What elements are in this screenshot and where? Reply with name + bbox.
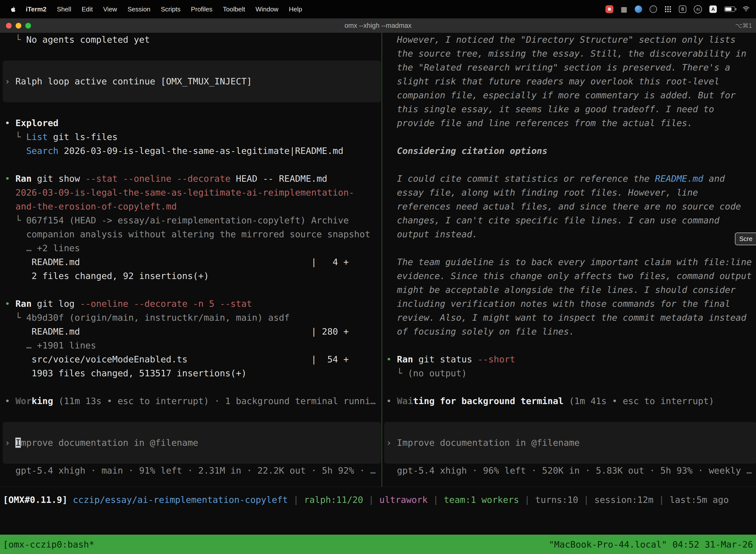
text-segment: companion analysis without altering the … (5, 229, 370, 239)
text-segment: the "Related research writing" section i… (386, 62, 730, 72)
text-segment: No agents completed yet (26, 35, 150, 45)
input-source-icon[interactable]: A (709, 5, 717, 13)
text-segment: README.md | 4 + (5, 257, 349, 267)
text-segment: last:5m ago (670, 495, 729, 505)
grid-icon[interactable]: ▦ (621, 5, 627, 13)
text-segment: git log (32, 298, 80, 309)
text-segment: List (26, 132, 48, 142)
menu-item-view[interactable]: View (99, 0, 122, 18)
text-segment: session:12m (594, 495, 653, 505)
text-segment: › (5, 438, 15, 448)
text-segment: | (519, 495, 535, 505)
ralph-banner-line: › Ralph loop active continue [OMX_TMUX_I… (5, 74, 379, 88)
git-status-out: └ (no output) (386, 366, 755, 380)
window-title-bar: omx --xhigh --madmax ⌥⌘1 (0, 18, 756, 33)
text-segment: evidence. Since this change only affects… (386, 271, 752, 281)
text-segment: review. Also, I might want to inspect th… (386, 313, 746, 323)
text-segment: Search (5, 146, 59, 156)
explored-header: • Explored (5, 116, 379, 130)
screen-edge-tooltip[interactable]: Scre (735, 233, 756, 245)
text-segment: and-the-erosion-of-copyleft.md (5, 201, 177, 212)
zoom-button[interactable] (25, 23, 31, 29)
thinking-line: review. Also, I might want to inspect th… (386, 311, 755, 325)
thinking-line: companion file, especially if more comme… (386, 88, 755, 102)
close-button[interactable] (6, 23, 12, 29)
blank-line (5, 380, 379, 394)
text-segment: slight risk that future readers may over… (386, 76, 719, 87)
explored-list: └ List git ls-files (5, 130, 379, 144)
app-circle-icon[interactable] (649, 5, 657, 13)
apple-logo-icon[interactable] (6, 6, 20, 13)
text-segment: git status (413, 354, 478, 365)
text-segment: └ 4b9d30f (origin/main, instructkr/main,… (5, 313, 290, 323)
text-segment: Ralph loop active continue [OMX_TMUX_INJ… (15, 76, 252, 87)
text-segment: --oneline --decorate -n 5 --stat (80, 298, 252, 309)
omx-global-status: [OMX#0.11.9] cczip/essay/ai-reimplementa… (3, 493, 756, 507)
menu-item-shell[interactable]: Shell (52, 0, 76, 18)
text-segment: gpt-5.4 xhigh · 96% left · 520K in · 5.8… (386, 465, 752, 476)
wifi-icon[interactable] (743, 5, 750, 13)
blank-line (386, 130, 755, 144)
menu-item-scripts[interactable]: Scripts (156, 0, 185, 18)
git-log-stat-2: src/voice/voiceModeEnabled.ts | 54 + (5, 352, 379, 366)
menu-item-edit[interactable]: Edit (77, 0, 98, 18)
right-terminal-pane[interactable]: However, I noticed the "Directory Struct… (382, 33, 756, 487)
box-padding (5, 88, 379, 102)
key-8-icon[interactable]: 8 (679, 5, 686, 13)
blank-line (5, 408, 379, 422)
text-segment: Ran (397, 354, 413, 365)
menu-item-window[interactable]: Window (251, 0, 283, 18)
text-segment: README.md (655, 173, 703, 184)
menu-item-session[interactable]: Session (123, 0, 155, 18)
blank-line (5, 283, 379, 297)
left-terminal-pane[interactable]: └ No agents completed yet› Ralph loop ac… (0, 33, 381, 487)
prompt-input-line[interactable]: › Improve documentation in @filename (386, 436, 755, 450)
menu-item-help[interactable]: Help (284, 0, 307, 18)
thinking-line: provide file and line references from th… (386, 116, 755, 130)
thinking-line: output instead. (386, 227, 755, 241)
text-segment: 2026-03-09-is-legal-the-same-as-legitima… (59, 146, 343, 156)
ralph-inject-banner: › Ralph loop active continue [OMX_TMUX_I… (3, 61, 381, 102)
thinking-line: this single essay, it seems like a good … (386, 102, 755, 116)
box-padding (5, 450, 379, 464)
menu-item-toolbelt[interactable]: Toolbelt (218, 0, 250, 18)
prompt-input[interactable]: › Improve documentation in @filename (384, 422, 756, 464)
blank-line (386, 339, 755, 352)
menu-bar-status-icons: ▦ 8 .61 A (606, 5, 750, 13)
text-segment: and (703, 173, 725, 184)
text-segment: ultrawork (379, 495, 428, 505)
thinking-line: However, I noticed the "Directory Struct… (386, 33, 755, 47)
box-padding (5, 61, 379, 74)
text-segment: king (32, 396, 53, 406)
text-segment: [OMX#0.11.9] (3, 495, 67, 505)
window-controls (6, 18, 31, 33)
dots-grid-icon[interactable] (665, 6, 672, 13)
app-swirl-icon[interactable] (635, 5, 642, 13)
thinking-line: evidence. Since this change only affects… (386, 269, 755, 283)
minimize-button[interactable] (16, 23, 21, 29)
text-segment: --stat --oneline --decorate (85, 173, 231, 184)
text-segment: of focusing solely on file lines. (386, 326, 574, 337)
thinking-line: references need actual files, and since … (386, 200, 755, 214)
battery-icon[interactable] (724, 6, 735, 12)
text-segment: Considering citation options (386, 146, 548, 156)
prompt-input-line[interactable]: › Improve documentation in @filename (5, 436, 379, 450)
text-segment: └ (no output) (386, 368, 467, 378)
menu-item-iterm2[interactable]: iTerm2 (21, 0, 51, 18)
prompt-input[interactable]: › Improve documentation in @filename (3, 422, 381, 464)
git-show-out-2: companion analysis without altering the … (5, 227, 379, 241)
git-show-stat-2: 2 files changed, 92 insertions(+) (5, 269, 379, 283)
text-segment: (1m 41s • esc to interrupt) (564, 396, 714, 406)
text-segment: Ran (15, 173, 32, 184)
menu-bar: iTerm2 Shell Edit View Session Scripts P… (0, 0, 756, 18)
battery-percent-icon[interactable]: .61 (694, 5, 702, 13)
text-segment: ting for background terminal (413, 396, 564, 406)
menu-item-profiles[interactable]: Profiles (186, 0, 217, 18)
tmux-session-window[interactable]: [omx-cczip0:bash* (3, 539, 94, 550)
text-segment: | (653, 495, 670, 505)
working-status-line: • Working (11m 13s • esc to interrupt) ·… (5, 394, 379, 408)
screen-recording-icon[interactable] (606, 5, 613, 13)
box-padding (5, 422, 379, 436)
text-segment: provide file and line references from th… (386, 118, 693, 128)
blank-line (5, 47, 379, 61)
